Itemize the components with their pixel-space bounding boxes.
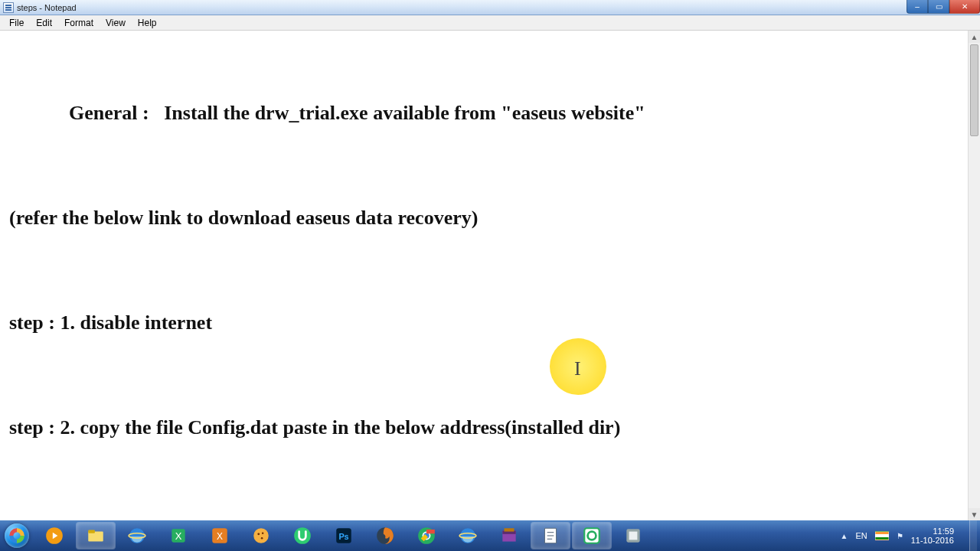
utorrent-taskbar-button[interactable] bbox=[283, 523, 322, 549]
media-player-icon bbox=[43, 524, 66, 547]
winrar-taskbar-button[interactable] bbox=[490, 523, 528, 549]
scroll-down-button[interactable]: ▼ bbox=[969, 508, 980, 520]
taskbar-items: XXPs bbox=[35, 523, 652, 549]
svg-point-14 bbox=[294, 527, 311, 544]
cookie-taskbar-button[interactable] bbox=[242, 523, 280, 549]
menu-edit[interactable]: Edit bbox=[30, 16, 58, 30]
notepad-taskbar-button[interactable] bbox=[531, 523, 570, 549]
cursor-highlight-icon: I bbox=[550, 338, 606, 395]
line-step2: step : 2. copy the file Config.dat paste… bbox=[9, 412, 959, 442]
close-button[interactable]: ✕ bbox=[949, 0, 980, 14]
camtasia-taskbar-button[interactable] bbox=[573, 523, 611, 549]
clock-date: 11-10-2016 bbox=[911, 536, 954, 545]
svg-rect-25 bbox=[505, 528, 514, 531]
svg-point-13 bbox=[261, 537, 263, 540]
photoshop-icon: Ps bbox=[332, 524, 355, 547]
file-explorer-taskbar-button[interactable] bbox=[77, 523, 115, 549]
heading-indent bbox=[9, 102, 69, 124]
titlebar: steps - Notepad – ▭ ✕ bbox=[0, 0, 980, 15]
svg-rect-3 bbox=[88, 530, 95, 533]
vertical-scrollbar[interactable]: ▲ ▼ bbox=[968, 31, 980, 520]
notepad-app-icon bbox=[3, 2, 14, 13]
text-editor[interactable]: General : Install the drw_trial.exe avai… bbox=[0, 31, 968, 520]
start-button[interactable] bbox=[2, 520, 32, 551]
windows-logo-icon bbox=[5, 523, 29, 548]
svg-rect-30 bbox=[584, 528, 599, 543]
utorrent-icon bbox=[291, 524, 314, 547]
menu-view[interactable]: View bbox=[100, 16, 132, 30]
maximize-button[interactable]: ▭ bbox=[928, 0, 949, 14]
keyboard-layout-icon[interactable] bbox=[875, 531, 889, 540]
menubar: File Edit Format View Help bbox=[0, 15, 980, 31]
menu-file[interactable]: File bbox=[3, 16, 30, 30]
line-step1: step : 1. disable internet bbox=[9, 308, 959, 337]
svg-rect-33 bbox=[629, 532, 638, 540]
media-player-taskbar-button[interactable] bbox=[35, 523, 74, 549]
window-controls: – ▭ ✕ bbox=[906, 0, 980, 14]
window-title: steps - Notepad bbox=[17, 3, 77, 12]
language-indicator[interactable]: EN bbox=[855, 531, 867, 540]
cookie-icon bbox=[250, 524, 273, 547]
firefox-icon bbox=[374, 524, 397, 547]
app-misc-icon bbox=[622, 524, 645, 547]
clock-time: 11:59 bbox=[911, 527, 954, 536]
svg-point-10 bbox=[253, 528, 269, 543]
minimize-button[interactable]: – bbox=[906, 0, 928, 14]
ie-alt-icon bbox=[456, 524, 479, 547]
ie-alt-taskbar-button[interactable] bbox=[449, 523, 487, 549]
ie-taskbar-button[interactable] bbox=[118, 523, 156, 549]
xampp-icon: X bbox=[208, 524, 231, 547]
app-misc-taskbar-button[interactable] bbox=[614, 523, 652, 549]
show-desktop-button[interactable] bbox=[969, 520, 977, 551]
heading-text: General : Install the drw_trial.exe avai… bbox=[69, 102, 645, 124]
svg-text:X: X bbox=[217, 531, 223, 542]
svg-point-12 bbox=[262, 533, 263, 534]
firefox-taskbar-button[interactable] bbox=[366, 523, 404, 549]
file-explorer-icon bbox=[84, 524, 107, 547]
menu-format[interactable]: Format bbox=[58, 16, 100, 30]
scroll-up-button[interactable]: ▲ bbox=[969, 31, 980, 43]
editor-area: General : Install the drw_trial.exe avai… bbox=[0, 31, 980, 520]
clock[interactable]: 11:59 11-10-2016 bbox=[911, 527, 959, 545]
system-tray: ▲ EN ⚑ 11:59 11-10-2016 bbox=[841, 520, 977, 551]
chrome-icon bbox=[415, 524, 438, 547]
taskbar: XXPs ▲ EN ⚑ 11:59 11-10-2016 bbox=[0, 520, 980, 551]
photoshop-taskbar-button[interactable]: Ps bbox=[325, 523, 363, 549]
excel-icon: X bbox=[167, 524, 190, 547]
winrar-icon bbox=[498, 524, 521, 547]
menu-help[interactable]: Help bbox=[132, 16, 163, 30]
ie-icon bbox=[126, 524, 149, 547]
text-caret-icon: I bbox=[574, 354, 581, 383]
svg-text:X: X bbox=[175, 530, 182, 542]
xampp-taskbar-button[interactable]: X bbox=[201, 523, 239, 549]
chrome-taskbar-button[interactable] bbox=[407, 523, 446, 549]
notepad-icon bbox=[539, 524, 562, 547]
action-center-icon[interactable]: ⚑ bbox=[897, 532, 903, 540]
excel-taskbar-button[interactable]: X bbox=[159, 523, 198, 549]
camtasia-icon bbox=[580, 524, 603, 547]
svg-text:Ps: Ps bbox=[338, 532, 348, 541]
tray-overflow-icon[interactable]: ▲ bbox=[841, 532, 848, 540]
scroll-thumb[interactable] bbox=[970, 44, 978, 136]
svg-point-11 bbox=[257, 533, 260, 535]
line-refer: (refer the below link to download easeus… bbox=[9, 203, 959, 233]
